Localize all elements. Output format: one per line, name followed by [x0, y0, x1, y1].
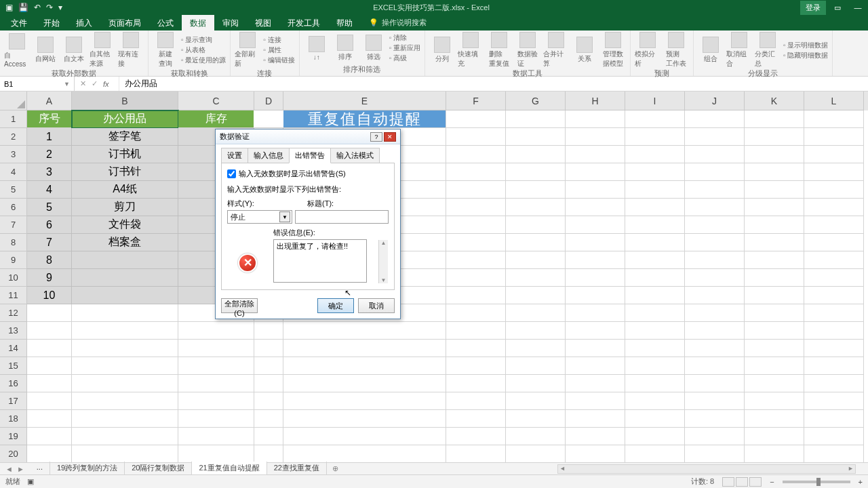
- ribbon-tab-2[interactable]: 插入: [68, 15, 100, 30]
- cell-E17[interactable]: [283, 392, 446, 410]
- cell-L13[interactable]: [804, 322, 864, 340]
- col-header-F[interactable]: F: [446, 92, 506, 110]
- cell-C14[interactable]: [178, 340, 254, 357]
- cell-B7[interactable]: 文件袋: [72, 216, 178, 234]
- row-header-2[interactable]: 2: [0, 128, 27, 146]
- cell-G14[interactable]: [506, 340, 566, 357]
- cell-F11[interactable]: [446, 287, 506, 304]
- cell-D19[interactable]: [254, 428, 283, 445]
- ribbon-button[interactable]: 分类汇总: [755, 32, 781, 68]
- cell-K13[interactable]: [745, 322, 804, 340]
- dialog-tab-3[interactable]: 输入法模式: [330, 148, 380, 163]
- cell-J1[interactable]: [685, 110, 745, 128]
- dialog-help-icon[interactable]: ?: [370, 132, 382, 142]
- sheet-nav[interactable]: ◄►: [0, 465, 30, 473]
- cell-E20[interactable]: [283, 445, 446, 462]
- sheet-tab-0[interactable]: ...: [30, 462, 50, 476]
- ribbon-small-button[interactable]: ▫ 清除: [389, 33, 420, 43]
- row-header-3[interactable]: 3: [0, 146, 27, 163]
- cell-F17[interactable]: [446, 392, 506, 410]
- ribbon-button[interactable]: 自 Access: [4, 33, 30, 68]
- undo-icon[interactable]: ↶: [34, 3, 41, 12]
- cell-A17[interactable]: [27, 392, 72, 410]
- save-icon[interactable]: 💾: [18, 3, 28, 12]
- cell-A9[interactable]: 8: [27, 251, 72, 269]
- cell-D13[interactable]: [254, 322, 283, 340]
- cell-I15[interactable]: [625, 357, 685, 375]
- cell-I13[interactable]: [625, 322, 685, 340]
- show-alert-checkbox-input[interactable]: [227, 169, 236, 178]
- cell-L20[interactable]: [804, 445, 864, 462]
- cell-I17[interactable]: [625, 392, 685, 410]
- cell-G16[interactable]: [506, 375, 566, 392]
- cell-I10[interactable]: [625, 269, 685, 287]
- cell-B19[interactable]: [72, 428, 178, 445]
- ribbon-tab-8[interactable]: 开发工具: [279, 15, 328, 30]
- dialog-titlebar[interactable]: 数据验证 ? ✕: [216, 129, 400, 144]
- cell-K19[interactable]: [745, 428, 804, 445]
- cell-F12[interactable]: [446, 304, 506, 322]
- cell-K16[interactable]: [745, 375, 804, 392]
- cell-B1[interactable]: 办公用品: [72, 110, 178, 128]
- ribbon-small-button[interactable]: ▫ 从表格: [181, 45, 226, 55]
- cell-H5[interactable]: [566, 181, 625, 199]
- sheet-tab-4[interactable]: 22查找重复值: [267, 462, 327, 476]
- cell-F18[interactable]: [446, 410, 506, 428]
- cell-C1[interactable]: 库存: [178, 110, 254, 128]
- cell-C19[interactable]: [178, 428, 254, 445]
- cell-E13[interactable]: [283, 322, 446, 340]
- ribbon-button[interactable]: 删除重复值: [486, 32, 512, 68]
- cell-E18[interactable]: [283, 410, 446, 428]
- row-header-1[interactable]: 1: [0, 110, 27, 128]
- row-header-7[interactable]: 7: [0, 216, 27, 234]
- ribbon-small-button[interactable]: ▫ 显示查询: [181, 35, 226, 45]
- ribbon-tab-3[interactable]: 页面布局: [100, 15, 149, 30]
- cell-F2[interactable]: [446, 128, 506, 146]
- cell-A7[interactable]: 6: [27, 216, 72, 234]
- cell-K7[interactable]: [745, 216, 804, 234]
- cell-K1[interactable]: [745, 110, 804, 128]
- cell-G19[interactable]: [506, 428, 566, 445]
- cell-I8[interactable]: [625, 234, 685, 251]
- ribbon-small-button[interactable]: ▫ 属性: [263, 45, 294, 55]
- cell-I3[interactable]: [625, 146, 685, 163]
- macro-record-icon[interactable]: ▣: [27, 477, 34, 486]
- cell-B5[interactable]: A4纸: [72, 181, 178, 199]
- cell-G2[interactable]: [506, 128, 566, 146]
- row-header-12[interactable]: 12: [0, 304, 27, 322]
- ribbon-tab-6[interactable]: 审阅: [214, 15, 247, 30]
- formula-input[interactable]: 办公用品: [119, 77, 868, 91]
- cell-G13[interactable]: [506, 322, 566, 340]
- cell-F6[interactable]: [446, 199, 506, 216]
- cell-J12[interactable]: [685, 304, 745, 322]
- cell-H20[interactable]: [566, 445, 625, 462]
- cells-area[interactable]: 序号办公用品库存重复值自动提醒1签字笔2订书机3订书针4A4纸5剪刀6文件袋7档…: [27, 110, 868, 462]
- cell-I20[interactable]: [625, 445, 685, 462]
- cell-A18[interactable]: [27, 410, 72, 428]
- select-all-corner[interactable]: [0, 92, 27, 110]
- cell-G10[interactable]: [506, 269, 566, 287]
- ribbon-small-button[interactable]: ▫ 最近使用的源: [181, 56, 226, 65]
- cell-A3[interactable]: 2: [27, 146, 72, 163]
- row-header-11[interactable]: 11: [0, 287, 27, 304]
- cell-H9[interactable]: [566, 251, 625, 269]
- cell-F8[interactable]: [446, 234, 506, 251]
- cell-K5[interactable]: [745, 181, 804, 199]
- col-header-K[interactable]: K: [745, 92, 804, 110]
- cell-J10[interactable]: [685, 269, 745, 287]
- ribbon-button[interactable]: 组合: [698, 37, 724, 64]
- cell-E14[interactable]: [283, 340, 446, 357]
- show-alert-checkbox[interactable]: 输入无效数据时显示出错警告(S): [227, 169, 389, 179]
- cell-A14[interactable]: [27, 340, 72, 357]
- ribbon-button[interactable]: 排序: [332, 35, 358, 62]
- cell-A4[interactable]: 3: [27, 163, 72, 181]
- cell-J3[interactable]: [685, 146, 745, 163]
- cell-J16[interactable]: [685, 375, 745, 392]
- cell-F9[interactable]: [446, 251, 506, 269]
- cell-F7[interactable]: [446, 216, 506, 234]
- cell-G17[interactable]: [506, 392, 566, 410]
- cell-E19[interactable]: [283, 428, 446, 445]
- cell-I12[interactable]: [625, 304, 685, 322]
- cell-L3[interactable]: [804, 146, 864, 163]
- cell-K15[interactable]: [745, 357, 804, 375]
